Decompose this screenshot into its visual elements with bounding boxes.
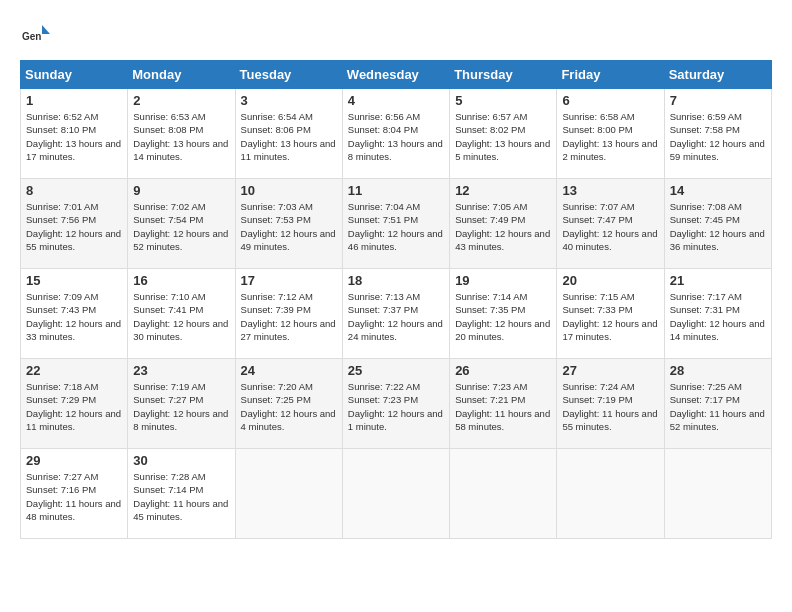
day-number: 3 — [241, 93, 337, 108]
day-number: 17 — [241, 273, 337, 288]
cell-sun-info: Sunrise: 7:03 AM Sunset: 7:53 PM Dayligh… — [241, 200, 337, 253]
day-number: 4 — [348, 93, 444, 108]
day-number: 15 — [26, 273, 122, 288]
calendar-cell: 16Sunrise: 7:10 AM Sunset: 7:41 PM Dayli… — [128, 269, 235, 359]
svg-text:Gen: Gen — [22, 31, 41, 42]
calendar-cell: 28Sunrise: 7:25 AM Sunset: 7:17 PM Dayli… — [664, 359, 771, 449]
day-number: 27 — [562, 363, 658, 378]
calendar-cell: 7Sunrise: 6:59 AM Sunset: 7:58 PM Daylig… — [664, 89, 771, 179]
calendar-cell: 25Sunrise: 7:22 AM Sunset: 7:23 PM Dayli… — [342, 359, 449, 449]
svg-marker-1 — [42, 25, 50, 34]
calendar-cell: 4Sunrise: 6:56 AM Sunset: 8:04 PM Daylig… — [342, 89, 449, 179]
day-number: 16 — [133, 273, 229, 288]
cell-sun-info: Sunrise: 7:05 AM Sunset: 7:49 PM Dayligh… — [455, 200, 551, 253]
cell-sun-info: Sunrise: 7:07 AM Sunset: 7:47 PM Dayligh… — [562, 200, 658, 253]
day-number: 5 — [455, 93, 551, 108]
calendar-cell: 23Sunrise: 7:19 AM Sunset: 7:27 PM Dayli… — [128, 359, 235, 449]
day-number: 20 — [562, 273, 658, 288]
day-number: 21 — [670, 273, 766, 288]
weekday-header: Monday — [128, 61, 235, 89]
cell-sun-info: Sunrise: 7:01 AM Sunset: 7:56 PM Dayligh… — [26, 200, 122, 253]
day-number: 2 — [133, 93, 229, 108]
weekday-header: Wednesday — [342, 61, 449, 89]
calendar-cell: 3Sunrise: 6:54 AM Sunset: 8:06 PM Daylig… — [235, 89, 342, 179]
calendar-table: SundayMondayTuesdayWednesdayThursdayFrid… — [20, 60, 772, 539]
calendar-cell: 19Sunrise: 7:14 AM Sunset: 7:35 PM Dayli… — [450, 269, 557, 359]
day-number: 12 — [455, 183, 551, 198]
calendar-cell: 30Sunrise: 7:28 AM Sunset: 7:14 PM Dayli… — [128, 449, 235, 539]
calendar-cell: 29Sunrise: 7:27 AM Sunset: 7:16 PM Dayli… — [21, 449, 128, 539]
day-number: 14 — [670, 183, 766, 198]
day-number: 7 — [670, 93, 766, 108]
day-number: 10 — [241, 183, 337, 198]
day-number: 18 — [348, 273, 444, 288]
calendar-cell: 17Sunrise: 7:12 AM Sunset: 7:39 PM Dayli… — [235, 269, 342, 359]
weekday-header: Thursday — [450, 61, 557, 89]
cell-sun-info: Sunrise: 7:14 AM Sunset: 7:35 PM Dayligh… — [455, 290, 551, 343]
cell-sun-info: Sunrise: 7:15 AM Sunset: 7:33 PM Dayligh… — [562, 290, 658, 343]
cell-sun-info: Sunrise: 7:10 AM Sunset: 7:41 PM Dayligh… — [133, 290, 229, 343]
calendar-cell: 14Sunrise: 7:08 AM Sunset: 7:45 PM Dayli… — [664, 179, 771, 269]
cell-sun-info: Sunrise: 7:28 AM Sunset: 7:14 PM Dayligh… — [133, 470, 229, 523]
cell-sun-info: Sunrise: 6:54 AM Sunset: 8:06 PM Dayligh… — [241, 110, 337, 163]
day-number: 23 — [133, 363, 229, 378]
day-number: 24 — [241, 363, 337, 378]
cell-sun-info: Sunrise: 6:52 AM Sunset: 8:10 PM Dayligh… — [26, 110, 122, 163]
calendar-cell — [664, 449, 771, 539]
calendar-cell — [450, 449, 557, 539]
calendar-week-row: 22Sunrise: 7:18 AM Sunset: 7:29 PM Dayli… — [21, 359, 772, 449]
cell-sun-info: Sunrise: 7:19 AM Sunset: 7:27 PM Dayligh… — [133, 380, 229, 433]
day-number: 13 — [562, 183, 658, 198]
calendar-week-row: 8Sunrise: 7:01 AM Sunset: 7:56 PM Daylig… — [21, 179, 772, 269]
calendar-cell: 21Sunrise: 7:17 AM Sunset: 7:31 PM Dayli… — [664, 269, 771, 359]
calendar-cell — [557, 449, 664, 539]
day-number: 29 — [26, 453, 122, 468]
day-number: 1 — [26, 93, 122, 108]
day-number: 22 — [26, 363, 122, 378]
day-number: 26 — [455, 363, 551, 378]
calendar-cell: 13Sunrise: 7:07 AM Sunset: 7:47 PM Dayli… — [557, 179, 664, 269]
calendar-cell: 20Sunrise: 7:15 AM Sunset: 7:33 PM Dayli… — [557, 269, 664, 359]
day-number: 6 — [562, 93, 658, 108]
day-number: 19 — [455, 273, 551, 288]
page-header: Gen — [20, 20, 772, 50]
calendar-cell: 1Sunrise: 6:52 AM Sunset: 8:10 PM Daylig… — [21, 89, 128, 179]
calendar-cell: 8Sunrise: 7:01 AM Sunset: 7:56 PM Daylig… — [21, 179, 128, 269]
weekday-header: Sunday — [21, 61, 128, 89]
calendar-cell: 24Sunrise: 7:20 AM Sunset: 7:25 PM Dayli… — [235, 359, 342, 449]
calendar-cell: 15Sunrise: 7:09 AM Sunset: 7:43 PM Dayli… — [21, 269, 128, 359]
calendar-cell: 26Sunrise: 7:23 AM Sunset: 7:21 PM Dayli… — [450, 359, 557, 449]
calendar-cell: 10Sunrise: 7:03 AM Sunset: 7:53 PM Dayli… — [235, 179, 342, 269]
calendar-cell: 22Sunrise: 7:18 AM Sunset: 7:29 PM Dayli… — [21, 359, 128, 449]
cell-sun-info: Sunrise: 7:17 AM Sunset: 7:31 PM Dayligh… — [670, 290, 766, 343]
calendar-cell: 18Sunrise: 7:13 AM Sunset: 7:37 PM Dayli… — [342, 269, 449, 359]
calendar-body: 1Sunrise: 6:52 AM Sunset: 8:10 PM Daylig… — [21, 89, 772, 539]
calendar-cell: 12Sunrise: 7:05 AM Sunset: 7:49 PM Dayli… — [450, 179, 557, 269]
weekday-header: Saturday — [664, 61, 771, 89]
calendar-cell: 11Sunrise: 7:04 AM Sunset: 7:51 PM Dayli… — [342, 179, 449, 269]
cell-sun-info: Sunrise: 7:08 AM Sunset: 7:45 PM Dayligh… — [670, 200, 766, 253]
cell-sun-info: Sunrise: 7:09 AM Sunset: 7:43 PM Dayligh… — [26, 290, 122, 343]
calendar-cell — [235, 449, 342, 539]
cell-sun-info: Sunrise: 7:13 AM Sunset: 7:37 PM Dayligh… — [348, 290, 444, 343]
day-number: 25 — [348, 363, 444, 378]
cell-sun-info: Sunrise: 7:22 AM Sunset: 7:23 PM Dayligh… — [348, 380, 444, 433]
cell-sun-info: Sunrise: 6:53 AM Sunset: 8:08 PM Dayligh… — [133, 110, 229, 163]
cell-sun-info: Sunrise: 7:12 AM Sunset: 7:39 PM Dayligh… — [241, 290, 337, 343]
cell-sun-info: Sunrise: 6:57 AM Sunset: 8:02 PM Dayligh… — [455, 110, 551, 163]
calendar-cell: 9Sunrise: 7:02 AM Sunset: 7:54 PM Daylig… — [128, 179, 235, 269]
cell-sun-info: Sunrise: 7:24 AM Sunset: 7:19 PM Dayligh… — [562, 380, 658, 433]
calendar-week-row: 1Sunrise: 6:52 AM Sunset: 8:10 PM Daylig… — [21, 89, 772, 179]
weekday-header: Friday — [557, 61, 664, 89]
cell-sun-info: Sunrise: 7:27 AM Sunset: 7:16 PM Dayligh… — [26, 470, 122, 523]
calendar-week-row: 15Sunrise: 7:09 AM Sunset: 7:43 PM Dayli… — [21, 269, 772, 359]
calendar-cell: 27Sunrise: 7:24 AM Sunset: 7:19 PM Dayli… — [557, 359, 664, 449]
day-number: 9 — [133, 183, 229, 198]
cell-sun-info: Sunrise: 7:23 AM Sunset: 7:21 PM Dayligh… — [455, 380, 551, 433]
cell-sun-info: Sunrise: 7:04 AM Sunset: 7:51 PM Dayligh… — [348, 200, 444, 253]
cell-sun-info: Sunrise: 7:18 AM Sunset: 7:29 PM Dayligh… — [26, 380, 122, 433]
calendar-cell: 5Sunrise: 6:57 AM Sunset: 8:02 PM Daylig… — [450, 89, 557, 179]
day-number: 11 — [348, 183, 444, 198]
calendar-cell: 6Sunrise: 6:58 AM Sunset: 8:00 PM Daylig… — [557, 89, 664, 179]
cell-sun-info: Sunrise: 6:59 AM Sunset: 7:58 PM Dayligh… — [670, 110, 766, 163]
